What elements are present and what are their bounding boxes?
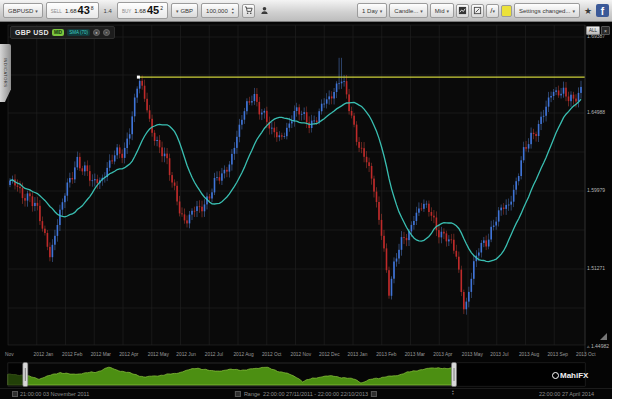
currency-dropdown[interactable]: ▾ GBP — [171, 3, 198, 18]
time-tick-label: 2012 Aug — [233, 352, 253, 357]
snapshot-button[interactable] — [471, 4, 484, 18]
timeframe-dropdown[interactable]: 1 Day ▾ — [357, 3, 387, 18]
currency-label: GBP — [180, 8, 193, 14]
trading-app-window: GBPUSD ▾ SELL 1.68 43 8 1.4 BUY 1.68 45 … — [0, 0, 612, 399]
chevron-down-icon: ▾ — [447, 8, 450, 14]
time-tick-label: Nov — [5, 352, 14, 357]
time-tick-label: 2013 May — [462, 352, 483, 357]
chevron-down-icon: ▾ — [176, 8, 179, 14]
time-tick-label: 2013 Mar — [405, 352, 425, 357]
indicator-settings-icon[interactable]: ● — [93, 29, 100, 36]
time-tick-label: 2012 Apr — [119, 352, 138, 357]
page-margin-right — [612, 0, 620, 405]
chart-settings-cluster: 1 Day ▾ Candle... ▾ Mid ▾ — [357, 3, 609, 18]
status-bar: 21:00:00 03 November 2011 Range 22:00:00… — [0, 388, 612, 399]
sma-badge[interactable]: SMA (70) — [67, 29, 90, 36]
crosshair-icon — [473, 6, 482, 15]
close-icon[interactable]: × — [601, 26, 610, 35]
favorite-star-icon[interactable]: ★ — [582, 6, 594, 16]
range-value: 22:00:00 27/11/2011 - 22:00:00 22/10/201… — [263, 391, 368, 397]
data-start-timestamp: 21:00:00 03 November 2011 — [20, 391, 89, 397]
sell-fraction: 8 — [91, 5, 94, 11]
page: GBPUSD ▾ SELL 1.68 43 8 1.4 BUY 1.68 45 … — [0, 0, 620, 405]
settings-dropdown[interactable]: Settings changed... ▾ — [514, 3, 580, 18]
chevron-down-icon: ▾ — [35, 8, 38, 14]
time-tick-label: 2013 Jan — [348, 352, 368, 357]
axis-resize-handle[interactable] — [600, 333, 607, 340]
zoom-all-button[interactable]: ALL — [586, 26, 600, 35]
buy-label: BUY — [122, 9, 131, 14]
instrument-label: GBPUSD — [8, 8, 33, 14]
drawing-tool-button[interactable]: / ▾ — [486, 4, 499, 18]
axis-controls: ALL × — [586, 26, 610, 35]
person-icon — [260, 6, 269, 15]
chevron-down-icon: ▾ — [492, 8, 495, 14]
time-tick-label: 2013 Sep — [547, 352, 568, 357]
time-tick-label: 2012 Feb — [62, 352, 82, 357]
sell-label: SELL — [51, 9, 62, 14]
price-mode-label: Mid — [435, 8, 445, 14]
spread-value: 1.4 — [102, 8, 114, 14]
calendar-icon[interactable] — [371, 391, 377, 397]
brand-name: MahiFX — [560, 371, 588, 380]
amount-stepper[interactable]: ▴▾ — [232, 7, 234, 15]
time-tick-label: 2012 May — [148, 352, 169, 357]
sell-big-figure: 1.68 — [65, 8, 77, 14]
clock-icon — [12, 391, 18, 397]
time-tick-label: 2013 Jul — [490, 352, 508, 357]
chart-region: GBP USD MID SMA (70) ● × INDICATORS ALL … — [0, 22, 612, 399]
price-tick-label: 1.59979 — [587, 187, 605, 193]
monitor-icon — [235, 391, 241, 397]
timeframe-label: 1 Day — [362, 8, 378, 14]
time-tick-label: 2012 Dec — [319, 352, 340, 357]
legend-symbol: GBP USD — [15, 29, 49, 36]
time-tick-label: 2013 Feb — [376, 352, 396, 357]
brand-watermark: MahiFX — [552, 371, 588, 380]
page-margin-bottom — [0, 399, 620, 405]
chevron-down-icon: ▾ — [572, 8, 575, 14]
indicator-close-icon[interactable]: × — [103, 29, 110, 36]
price-tick-label: ▵ 1.44982 — [587, 343, 609, 349]
chevron-down-icon: ▾ — [380, 8, 383, 14]
instrument-dropdown[interactable]: GBPUSD ▾ — [3, 3, 43, 18]
brand-logo-icon — [552, 372, 559, 379]
chart-type-dropdown[interactable]: Candle... ▾ — [389, 3, 428, 18]
price-tick-label: 1.64988 — [587, 109, 605, 115]
chevron-down-icon: ▾ — [420, 8, 423, 14]
time-tick-label: 2012 Jun — [176, 352, 196, 357]
time-tick-label: 2013 Oct — [576, 352, 595, 357]
indicators-tab-label: INDICATORS — [3, 58, 8, 87]
buy-fraction: 2 — [160, 5, 163, 11]
amount-input[interactable]: 100,000 ▴▾ — [201, 3, 239, 18]
chart-icon — [458, 6, 467, 15]
mid-badge: MID — [52, 29, 64, 36]
time-tick-label: 2012 Jan — [34, 352, 54, 357]
price-mode-dropdown[interactable]: Mid ▾ — [430, 3, 454, 18]
chart-type-label: Candle... — [394, 8, 418, 14]
range-handle-arrows-icon[interactable]: ▴▾ — [452, 390, 454, 396]
chart-legend: GBP USD MID SMA (70) ● × — [10, 26, 115, 39]
time-tick-label: 2012 Oct — [262, 352, 281, 357]
amount-value: 100,000 — [206, 8, 228, 14]
status-left: 21:00:00 03 November 2011 — [12, 391, 89, 397]
cart-icon — [244, 6, 253, 15]
sell-quote-button[interactable]: SELL 1.68 43 8 — [46, 2, 99, 19]
buy-big-figure: 1.68 — [134, 8, 146, 14]
account-button[interactable] — [258, 4, 271, 18]
main-chart[interactable] — [0, 22, 612, 399]
time-tick-label: 2013 Apr — [433, 352, 452, 357]
line-color-swatch[interactable] — [501, 5, 512, 17]
data-end-timestamp: 22:00:00 27 April 2014 — [539, 391, 594, 397]
facebook-icon[interactable]: f — [596, 4, 609, 17]
settings-label: Settings changed... — [519, 8, 570, 14]
orders-cart-button[interactable] — [242, 4, 255, 18]
sell-pips: 43 — [78, 5, 90, 16]
time-tick-label: 2012 Nov — [291, 352, 312, 357]
buy-quote-button[interactable]: BUY 1.68 45 2 — [117, 2, 168, 19]
buy-pips: 45 — [147, 5, 159, 16]
chart-panel-button[interactable] — [456, 4, 469, 18]
price-tick-label: 1.51271 — [587, 265, 605, 271]
time-tick-label: 2013 Aug — [519, 352, 539, 357]
time-tick-label: 2012 Mar — [91, 352, 111, 357]
range-label: Range — [244, 391, 260, 397]
